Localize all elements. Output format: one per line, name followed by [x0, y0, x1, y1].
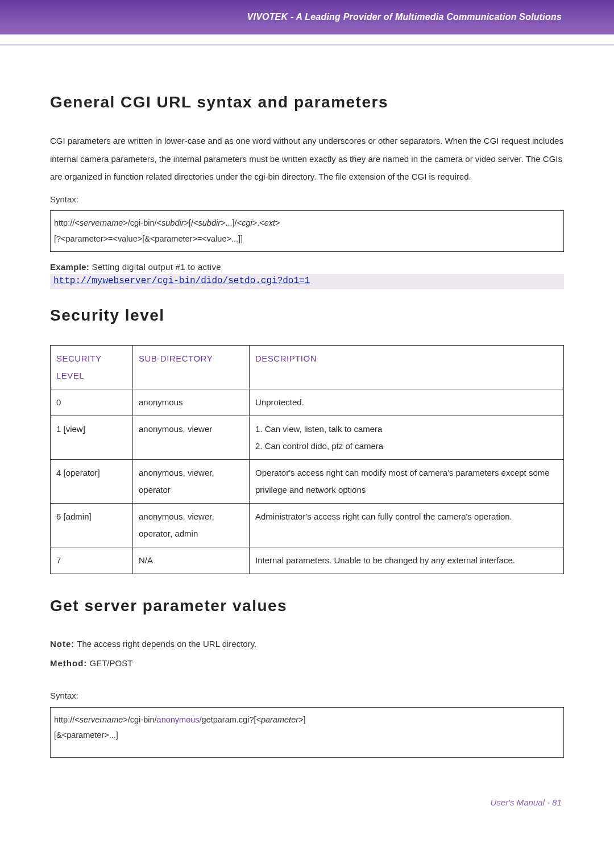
- heading-get-server-param: Get server parameter values: [50, 597, 564, 615]
- th-subdirectory: SUB-DIRECTORY: [133, 346, 250, 389]
- table-row: 7 N/A Internal parameters. Unable to be …: [51, 547, 564, 574]
- table-header-row: SECURITY LEVEL SUB-DIRECTORY DESCRIPTION: [51, 346, 564, 389]
- syntax-text: getparam.cgi?[: [202, 715, 256, 724]
- syntax-text: >/cgi-bin/<: [123, 218, 161, 227]
- cell-level: 0: [51, 389, 133, 416]
- cell-desc: Administrator's access right can fully c…: [250, 504, 564, 547]
- cell-desc: Internal parameters. Unable to be change…: [250, 547, 564, 574]
- cell-subdir: anonymous, viewer: [133, 416, 250, 460]
- method-rest: GET/POST: [87, 658, 132, 668]
- th-security-level: SECURITY LEVEL: [51, 346, 133, 389]
- cell-desc: 1. Can view, listen, talk to camera 2. C…: [250, 416, 564, 460]
- syntax2-line-2: [&<parameter>...]: [54, 728, 560, 744]
- note-rest: The access right depends on the URL dire…: [74, 639, 256, 649]
- syntax-label-1: Syntax:: [50, 190, 564, 209]
- note-bold: Note:: [50, 639, 74, 649]
- syntax-italic: ext: [264, 218, 275, 227]
- syntax-italic: cgi: [242, 218, 252, 227]
- cell-subdir: anonymous, viewer, operator: [133, 460, 250, 504]
- example-link-box: http://mywebserver/cgi-bin/dido/setdo.cg…: [50, 274, 564, 289]
- cell-desc: Operator's access right can modify most …: [250, 460, 564, 504]
- cell-level: 7: [51, 547, 133, 574]
- cell-desc: Unprotected.: [250, 389, 564, 416]
- header-tagline: VIVOTEK - A Leading Provider of Multimed…: [247, 12, 562, 22]
- syntax-italic: servername: [80, 218, 123, 227]
- note-line: Note: The access right depends on the UR…: [50, 636, 564, 653]
- page-header: VIVOTEK - A Leading Provider of Multimed…: [0, 0, 614, 35]
- method-bold: Method:: [50, 658, 87, 668]
- syntax-text: >.<: [252, 218, 264, 227]
- syntax-text: >/cgi-bin/: [123, 715, 156, 724]
- syntax-line-2: [?<parameter>=<value>[&<parameter>=<valu…: [54, 231, 560, 247]
- heading-general-cgi: General CGI URL syntax and parameters: [50, 93, 564, 111]
- cell-level: 4 [operator]: [51, 460, 133, 504]
- syntax-italic: subdir: [198, 218, 221, 227]
- cell-subdir: anonymous: [133, 389, 250, 416]
- syntax-text: http://<: [54, 715, 80, 724]
- syntax-label-2: Syntax:: [50, 687, 564, 705]
- syntax-italic: subdir: [161, 218, 184, 227]
- syntax-box-1: http://<servername>/cgi-bin/<subdir>[/<s…: [50, 210, 564, 252]
- intro-paragraph: CGI parameters are written in lower-case…: [50, 132, 564, 186]
- cell-level: 6 [admin]: [51, 504, 133, 547]
- syntax-text: http://<: [54, 218, 80, 227]
- syntax-line-1: http://<servername>/cgi-bin/<subdir>[/<s…: [54, 215, 560, 231]
- security-level-table: SECURITY LEVEL SUB-DIRECTORY DESCRIPTION…: [50, 345, 564, 574]
- table-row: 1 [view] anonymous, viewer 1. Can view, …: [51, 416, 564, 460]
- cell-level: 1 [view]: [51, 416, 133, 460]
- cell-subdir: anonymous, viewer, operator, admin: [133, 504, 250, 547]
- syntax-text: >...]/<: [221, 218, 242, 227]
- example-rest: Setting digital output #1 to active: [89, 262, 221, 272]
- method-line: Method: GET/POST: [50, 655, 564, 672]
- page-footer: User's Manual - 81: [0, 775, 614, 807]
- syntax-italic: servername: [80, 715, 123, 724]
- syntax-text: >: [275, 218, 280, 227]
- example-link[interactable]: http://mywebserver/cgi-bin/dido/setdo.cg…: [53, 276, 310, 286]
- table-row: 0 anonymous Unprotected.: [51, 389, 564, 416]
- syntax-text: >[/<: [184, 218, 198, 227]
- th-description: DESCRIPTION: [250, 346, 564, 389]
- syntax-box-2: http://<servername>/cgi-bin/anonymous/ge…: [50, 707, 564, 758]
- syntax-text: ]: [304, 715, 306, 724]
- syntax2-line-1: http://<servername>/cgi-bin/anonymous/ge…: [54, 712, 560, 728]
- table-row: 6 [admin] anonymous, viewer, operator, a…: [51, 504, 564, 547]
- page-root: VIVOTEK - A Leading Provider of Multimed…: [0, 0, 614, 841]
- cell-subdir: N/A: [133, 547, 250, 574]
- heading-security-level: Security level: [50, 306, 564, 325]
- syntax-accent: anonymous/: [157, 715, 202, 724]
- example-label: Example: Setting digital output #1 to ac…: [50, 262, 564, 272]
- content-area: General CGI URL syntax and parameters CG…: [0, 45, 614, 758]
- syntax-italic: <parameter>: [256, 715, 303, 724]
- example-bold: Example:: [50, 262, 89, 272]
- table-row: 4 [operator] anonymous, viewer, operator…: [51, 460, 564, 504]
